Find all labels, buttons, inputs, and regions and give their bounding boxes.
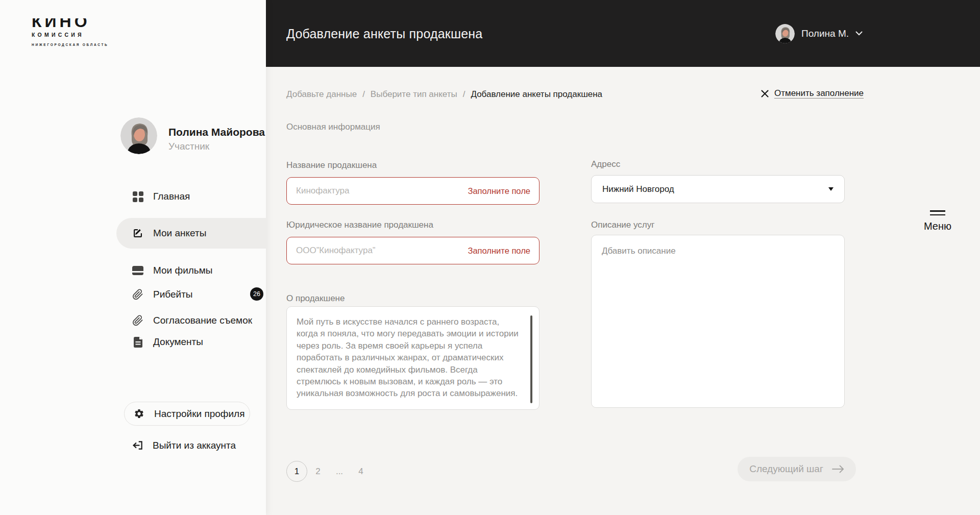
grid-icon (132, 190, 144, 203)
profile-settings-label: Настройки профиля (154, 408, 245, 420)
sidebar-item-label: Согласование съемок (153, 315, 252, 326)
services-description-textarea[interactable]: Дбавить описание (591, 235, 845, 408)
sidebar-item-label: Мои фильмы (153, 265, 212, 276)
breadcrumb: Добавьте данные / Выберите тип анкеты / … (286, 89, 602, 100)
edit-square-icon (132, 227, 144, 239)
user-avatar (775, 24, 795, 43)
services-description-label: Описание услуг (591, 220, 654, 230)
cancel-filling-label: Отменить заполнение (774, 88, 864, 99)
page-ellipsis: ... (329, 467, 350, 477)
profile-role: Участник (168, 141, 209, 152)
production-name-label: Название продакшена (286, 160, 377, 170)
menu-toggle-label: Меню (924, 220, 951, 232)
breadcrumb-separator: / (463, 89, 465, 100)
logout-label: Выйти из аккаунта (153, 440, 236, 451)
close-icon (761, 90, 769, 97)
user-menu[interactable]: Полина М. (775, 24, 863, 43)
page-2-button[interactable]: 2 (307, 467, 329, 477)
sidebar-item-label: Документы (153, 336, 203, 348)
breadcrumb-step-2[interactable]: Выберите тип анкеты (371, 89, 457, 100)
about-production-label: О продакшене (286, 293, 345, 304)
card-icon (132, 264, 144, 277)
main-content: Добавьте данные / Выберите тип анкеты / … (266, 67, 980, 515)
legal-name-error: Заполните поле (468, 246, 539, 256)
paperclip-icon (132, 288, 144, 301)
next-step-button[interactable]: Следующий шаг (738, 457, 856, 481)
user-name: Полина М. (801, 28, 849, 39)
sidebar-item-rebates[interactable]: Рибейты 26 (0, 288, 266, 301)
logo-region: НИЖЕГОРОДСКАЯ ОБЛАСТЬ (32, 43, 108, 46)
logout-button[interactable]: Выйти из аккаунта (132, 439, 236, 451)
header: Добавление анкеты продакшена Полина М. (266, 0, 980, 67)
legal-name-label: Юридическое название продакшена (286, 220, 433, 230)
sidebar-item-my-forms[interactable]: Мои анкеты (116, 218, 266, 249)
legal-name-field: Заполните поле (286, 237, 540, 264)
hamburger-icon (930, 210, 945, 215)
next-step-label: Следующий шаг (749, 463, 823, 475)
sidebar-item-label: Главная (153, 191, 190, 202)
services-description-placeholder: Дбавить описание (602, 246, 676, 256)
profile-settings-button[interactable]: Настройки профиля (124, 402, 250, 426)
menu-toggle-button[interactable]: Меню (924, 210, 951, 232)
textarea-scrollbar[interactable] (530, 315, 532, 403)
sidebar-item-my-films[interactable]: Мои фильмы (0, 264, 266, 277)
breadcrumb-separator: / (362, 89, 365, 100)
production-name-error: Заполните поле (468, 186, 539, 196)
production-name-field: Заполните поле (286, 177, 540, 205)
paperclip-icon (132, 314, 144, 327)
dropdown-caret-icon (828, 187, 834, 191)
pagination: 1 2 ... 4 (286, 461, 372, 482)
sidebar-item-shoot-approval[interactable]: Согласование съемок (0, 314, 266, 327)
sidebar-item-label: Рибейты (153, 289, 193, 300)
page-1-button[interactable]: 1 (286, 461, 307, 482)
profile-avatar (120, 117, 157, 154)
page-title: Добавление анкеты продакшена (286, 26, 482, 41)
legal-name-input[interactable] (287, 246, 468, 256)
logo-subtitle: КОМИССИЯ (32, 32, 108, 38)
logo-kino: КИНО (32, 18, 108, 30)
address-label: Адресс (591, 159, 620, 169)
cancel-filling-button[interactable]: Отменить заполнение (761, 88, 864, 99)
sidebar-item-label: Мои анкеты (153, 228, 206, 239)
breadcrumb-step-current: Добавление анкеты продакшена (471, 89, 602, 100)
section-title: Основная информация (286, 122, 380, 132)
sidebar: КИНО КОМИССИЯ НИЖЕГОРОДСКАЯ ОБЛАСТЬ Поли… (0, 0, 266, 515)
chevron-down-icon (855, 31, 863, 36)
page-4-button[interactable]: 4 (350, 467, 372, 477)
gear-icon (134, 408, 144, 419)
profile-name: Полина Майорова (168, 126, 265, 138)
sidebar-item-documents[interactable]: Документы (0, 336, 266, 348)
logout-icon (132, 439, 143, 451)
production-name-input[interactable] (287, 186, 468, 196)
about-production-textarea[interactable]: Мой путь в искусстве начался с раннего в… (286, 306, 540, 410)
about-production-text: Мой путь в искусстве начался с раннего в… (297, 316, 520, 400)
document-icon (132, 336, 144, 348)
address-select[interactable]: Нижний Новгород (591, 175, 845, 203)
logo: КИНО КОМИССИЯ НИЖЕГОРОДСКАЯ ОБЛАСТЬ (32, 18, 108, 46)
address-selected-value: Нижний Новгород (602, 184, 674, 194)
rebates-count-badge: 26 (250, 287, 263, 301)
sidebar-item-home[interactable]: Главная (0, 190, 266, 203)
arrow-right-icon (832, 465, 844, 473)
breadcrumb-step-1[interactable]: Добавьте данные (286, 89, 357, 100)
